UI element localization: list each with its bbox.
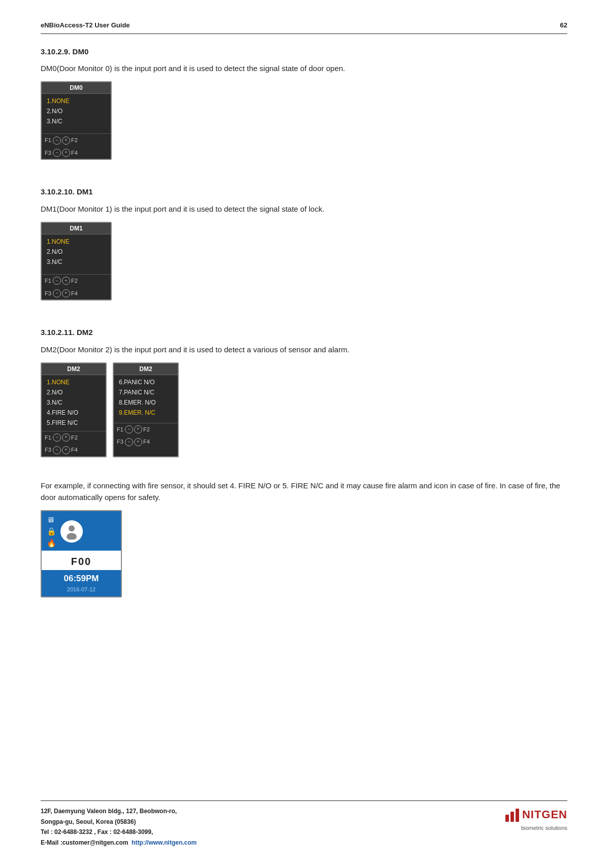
dm0-f3-label: F3 [45, 149, 52, 157]
spacer-2 [41, 317, 567, 327]
dm0-f1-label: F1 [45, 136, 52, 145]
dm1-minus-btn[interactable] [53, 277, 61, 285]
dm2-left-body: 1.NONE 2.N/O 3.N/C 4.FIRE N/O 5.FIRE N/C [42, 375, 106, 429]
dm2r-minus[interactable] [125, 425, 133, 433]
dm0-plus-btn[interactable] [62, 137, 70, 145]
dm2r-f3: F3 [117, 438, 124, 446]
footer-address: 12F, Daemyung Valeon bldg., 127, Beobwon… [41, 806, 197, 848]
dm0-plus-btn-2[interactable] [62, 149, 70, 157]
dm2l-minus[interactable] [53, 433, 61, 442]
dm0-minus-btn-2[interactable] [53, 149, 61, 157]
dm2-right-body: 6.PANIC N/O 7.PANIC N/C 8.EMER. N/O 9.EM… [114, 375, 178, 421]
svg-point-0 [69, 525, 75, 531]
fire-icon-fire: 🔥 [47, 538, 56, 548]
dm2r-f1: F1 [117, 425, 124, 434]
nitgen-bars-icon [505, 808, 519, 822]
dm2l-f3: F3 [45, 446, 52, 454]
dm2-note: For example, if connecting with fire sen… [41, 480, 567, 504]
section-dm0-desc: DM0(Door Monitor 0) is the input port an… [41, 62, 567, 74]
dm2-screenshots: DM2 1.NONE 2.N/O 3.N/C 4.FIRE N/O 5.FIRE… [41, 362, 567, 469]
dm0-item-3: 3.N/C [47, 116, 106, 126]
dm2-screenshot-left: DM2 1.NONE 2.N/O 3.N/C 4.FIRE N/O 5.FIRE… [41, 362, 107, 457]
dm2l-f4: F4 [71, 446, 78, 454]
dm0-f4-label: F4 [71, 149, 78, 157]
dm1-plus-btn[interactable] [62, 277, 70, 285]
dm2-r-item-8: 8.EMER. N/O [119, 397, 173, 408]
dm2l-f1: F1 [45, 433, 52, 442]
dm1-f3-label: F3 [45, 289, 52, 298]
dm0-buttons-2: F3 F4 [42, 149, 111, 159]
section-dm2-heading: 3.10.2.11. DM2 [41, 327, 567, 339]
nitgen-bar-3 [516, 809, 519, 822]
dm0-f2-label: F2 [71, 136, 78, 145]
dm1-f1-label: F1 [45, 277, 52, 285]
footer-addr-line1: 12F, Daemyung Valeon bldg., 127, Beobwon… [41, 806, 197, 816]
dm2-l-item-4: 4.FIRE N/O [47, 408, 101, 418]
dm1-minus-btn-2[interactable] [53, 289, 61, 297]
dm2-l-item-3: 3.N/C [47, 397, 101, 408]
header-page: 62 [560, 20, 567, 30]
footer-addr-line2: Songpa-gu, Seoul, Korea (05836) [41, 817, 197, 827]
dm0-title: DM0 [42, 82, 111, 94]
fire-screen-person-icon [60, 520, 83, 543]
dm0-buttons: F1 F2 [42, 133, 111, 147]
dm2-l-item-5: 5.FIRE N/C [47, 418, 101, 428]
section-dm1: 3.10.2.10. DM1 DM1(Door Monitor 1) is th… [41, 186, 567, 312]
dm2-l-item-2: 2.N/O [47, 387, 101, 397]
fire-screen-date: 2016-07-12 [42, 585, 121, 597]
dm1-plus-btn-2[interactable] [62, 289, 70, 297]
spacer-1 [41, 176, 567, 186]
footer-addr-line3: Tel : 02-6488-3232 , Fax : 02-6488-3099, [41, 827, 197, 837]
dm1-item-1: 1.NONE [47, 237, 106, 247]
fire-icon-monitor: 🖥 [47, 514, 56, 525]
nitgen-logo: NITGEN [505, 806, 567, 823]
dm2-right-buttons-2: F3 F4 [114, 438, 178, 448]
dm1-screenshot: DM1 1.NONE 2.N/O 3.N/C F1 F2 F3 F4 [41, 222, 112, 301]
svg-point-1 [67, 533, 77, 540]
section-dm1-desc: DM1(Door Monitor 1) is the input port an… [41, 203, 567, 215]
nitgen-bar-2 [510, 812, 514, 822]
dm1-body: 1.NONE 2.N/O 3.N/C [42, 235, 111, 272]
section-dm0: 3.10.2.9. DM0 DM0(Door Monitor 0) is the… [41, 46, 567, 172]
dm2r-plus-2[interactable] [134, 438, 142, 446]
header-title: eNBioAccess-T2 User Guide [41, 20, 130, 30]
dm2-right-title: DM2 [114, 363, 178, 375]
fire-screen-top: 🖥 🔒 🔥 [42, 511, 121, 551]
dm2-left-buttons-2: F3 F4 [42, 446, 106, 456]
dm1-f4-label: F4 [71, 289, 78, 298]
dm2-left-buttons: F1 F2 [42, 431, 106, 444]
page-footer: 12F, Daemyung Valeon bldg., 127, Beobwon… [41, 800, 567, 848]
dm2r-minus-2[interactable] [125, 438, 133, 446]
fire-screen-icons: 🖥 🔒 🔥 [47, 514, 56, 548]
footer-logo: NITGEN biometric solutions [505, 806, 567, 832]
dm2l-plus-2[interactable] [62, 446, 70, 454]
dm2-left-title: DM2 [42, 363, 106, 375]
dm2-r-item-6: 6.PANIC N/O [119, 377, 173, 387]
dm0-item-1: 1.NONE [47, 96, 106, 106]
dm2r-plus[interactable] [134, 425, 142, 433]
dm2-l-item-1: 1.NONE [47, 377, 101, 387]
dm2r-f2: F2 [143, 425, 150, 434]
dm2l-plus[interactable] [62, 433, 70, 442]
dm2l-minus-2[interactable] [53, 446, 61, 454]
fire-screen: 🖥 🔒 🔥 F00 06:59PM 2016-07-12 [41, 510, 122, 597]
dm0-body: 1.NONE 2.N/O 3.N/C [42, 94, 111, 131]
dm0-screenshot: DM0 1.NONE 2.N/O 3.N/C F1 F2 F3 F4 [41, 81, 112, 160]
dm2-right-buttons: F1 F2 [114, 423, 178, 436]
footer-website-link[interactable]: http://www.nitgen.com [132, 839, 197, 846]
dm0-item-2: 2.N/O [47, 106, 106, 116]
dm2-r-item-9: 9.EMER. N/C [119, 408, 173, 418]
dm0-minus-btn[interactable] [53, 137, 61, 145]
dm1-f2-label: F2 [71, 277, 78, 285]
fire-screen-id: F00 [42, 551, 121, 570]
dm2-r-item-7: 7.PANIC N/C [119, 387, 173, 397]
section-dm2: 3.10.2.11. DM2 DM2(Door Monitor 2) is th… [41, 327, 567, 609]
dm1-buttons-2: F3 F4 [42, 289, 111, 300]
nitgen-bar-1 [505, 815, 509, 822]
section-dm0-heading: 3.10.2.9. DM0 [41, 46, 567, 58]
dm2-screenshot-right: DM2 6.PANIC N/O 7.PANIC N/C 8.EMER. N/O … [113, 362, 179, 457]
fire-icon-lock: 🔒 [47, 526, 56, 537]
page-header: eNBioAccess-T2 User Guide 62 [41, 20, 567, 34]
dm1-title: DM1 [42, 223, 111, 235]
nitgen-sub-text: biometric solutions [521, 824, 567, 832]
